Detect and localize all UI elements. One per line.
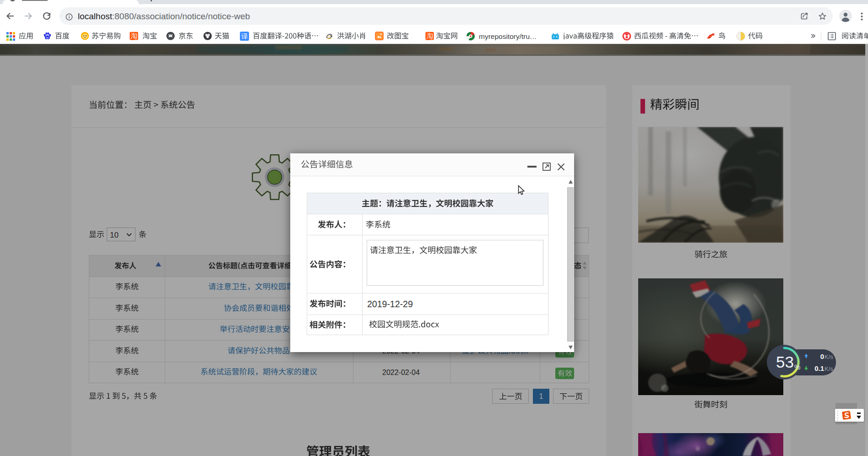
svg-text:0: 0 xyxy=(820,353,824,360)
svg-text:53: 53 xyxy=(776,353,794,371)
svg-text:du: du xyxy=(46,36,49,39)
svg-text:0.1: 0.1 xyxy=(814,364,824,372)
svg-text:K/s: K/s xyxy=(825,353,833,360)
svg-text:%: % xyxy=(794,363,800,371)
svg-text:K/s: K/s xyxy=(825,365,833,372)
